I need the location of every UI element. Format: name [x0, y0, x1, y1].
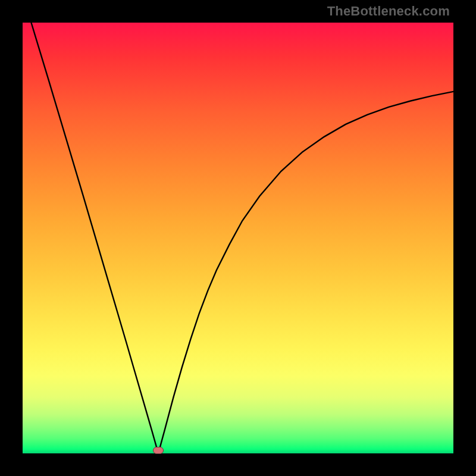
chart-frame: TheBottleneck.com: [0, 0, 476, 476]
watermark-text: TheBottleneck.com: [327, 4, 450, 19]
optimal-marker: [153, 447, 164, 454]
bottleneck-curve: [31, 23, 453, 453]
chart-svg: [23, 23, 453, 453]
